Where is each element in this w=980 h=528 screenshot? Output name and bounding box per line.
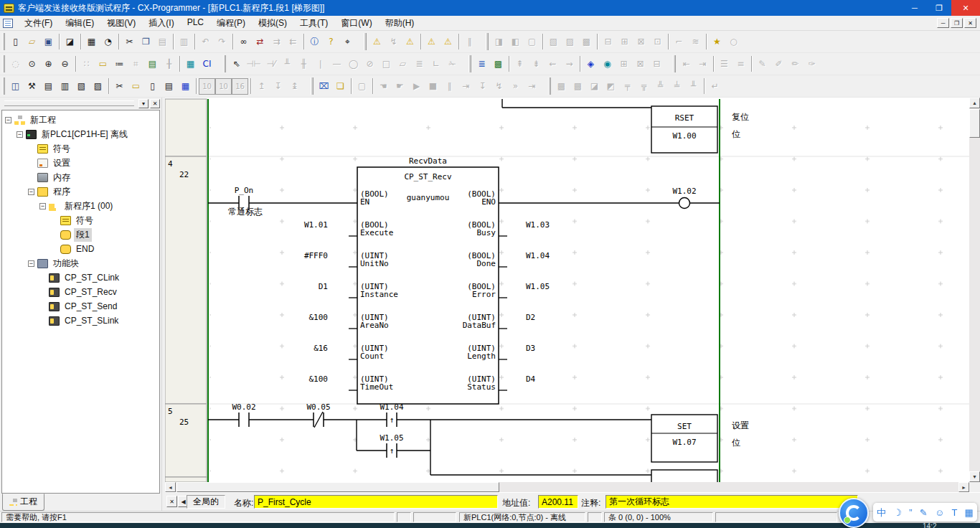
mnemonic-view-button[interactable]: ▤ (161, 78, 177, 95)
program-check-options-button[interactable]: ⚠ (440, 34, 456, 50)
toolbar-grip[interactable] (2, 33, 5, 50)
symbol-comment-field[interactable]: 第一次循环标志 (606, 495, 858, 509)
symbol-name-field[interactable]: P_First_Cycle (254, 495, 498, 509)
tree-item-fb-cp-st-recv[interactable]: CP_ST_Recv (2, 285, 159, 299)
print-preview-button[interactable]: ◔ (100, 34, 116, 50)
expander-minus-icon[interactable]: − (28, 260, 34, 267)
mdi-close-button[interactable]: ✕ (964, 18, 976, 28)
symbol-address-field[interactable]: A200.11 (538, 495, 578, 509)
menu-help[interactable]: 帮助(H) (379, 16, 421, 31)
menu-tools[interactable]: 工具(T) (293, 16, 334, 31)
work-online-button[interactable]: ⌧ (316, 78, 332, 95)
tree-item-fb-cp-st-clink[interactable]: CP_ST_CLink (2, 270, 159, 285)
address-reference-tool-button[interactable]: ▦ (182, 56, 199, 72)
menu-program[interactable]: 编程(P) (210, 16, 252, 31)
toolbar-grip[interactable] (311, 77, 314, 95)
tree-item-section-end[interactable]: END (2, 242, 159, 256)
dm-view-button[interactable]: ▦ (177, 78, 194, 95)
instruction-box[interactable] (651, 470, 717, 482)
close-button[interactable]: ✕ (951, 0, 980, 16)
tree-item-programs[interactable]: −程序 (2, 184, 159, 199)
help-button[interactable]: ? (323, 34, 339, 50)
new-button[interactable]: ▯ (7, 34, 24, 50)
tree-item-program1-symbols[interactable]: 符号 (2, 213, 159, 227)
ime-skin-icon[interactable]: T (951, 508, 957, 517)
copy-button[interactable]: ❐ (138, 34, 154, 50)
output-window-button[interactable]: ▤ (40, 78, 57, 95)
toolbar-grip[interactable] (673, 55, 676, 72)
info-button[interactable]: ⓘ (306, 34, 323, 50)
rung-manager-button[interactable]: ▤ (144, 56, 161, 72)
cross-reference-button[interactable]: CI (199, 56, 215, 72)
restore-button[interactable]: ❐ (927, 0, 951, 16)
panel-close-button[interactable]: ✕ (150, 99, 160, 108)
tree-item-section1[interactable]: 段1 (2, 227, 159, 242)
panel-menu-button[interactable]: ▾ (138, 99, 149, 108)
mdi-document-icon[interactable] (3, 19, 13, 28)
zoom-out-button[interactable]: ⊖ (57, 56, 73, 72)
horizontal-scroll-thumb[interactable] (176, 482, 499, 492)
expander-minus-icon[interactable]: − (28, 189, 34, 195)
ime-logo-icon[interactable] (839, 498, 869, 528)
tree-item-fb-cp-st-send[interactable]: CP_ST_Send (2, 299, 159, 314)
compile-button[interactable]: ⚠ (369, 34, 385, 50)
tree-item-symbols[interactable]: 符号 (2, 141, 159, 156)
menu-simulation[interactable]: 模拟(S) (252, 16, 293, 31)
toolbar-grip[interactable] (486, 33, 489, 50)
save-button[interactable]: ▣ (40, 34, 57, 50)
menu-window[interactable]: 窗口(W) (334, 16, 378, 31)
section-view-button[interactable]: ▯ (144, 78, 161, 95)
protect-set-button[interactable]: ★ (709, 34, 725, 50)
open-button[interactable]: ▱ (24, 34, 40, 50)
mdi-minimize-button[interactable]: ─ (937, 18, 949, 28)
section-cut-button[interactable]: ✂ (111, 78, 128, 95)
scroll-up-button[interactable]: ▲ (969, 98, 980, 108)
fb-instance-view-button[interactable]: ◈ (583, 56, 599, 72)
comment-shortcut-button[interactable]: ▭ (128, 78, 144, 95)
cross-panel-button[interactable]: ▧ (73, 78, 90, 95)
menu-edit[interactable]: 编辑(E) (59, 16, 100, 31)
cut-button[interactable]: ✂ (121, 34, 138, 50)
scroll-down-button[interactable]: ▼ (969, 471, 980, 482)
rung-list-button[interactable]: ≔ (111, 56, 128, 72)
watch-panel-button[interactable]: ▥ (57, 78, 73, 95)
properties-button[interactable]: ▨ (90, 78, 106, 95)
ladder-diagram[interactable]: 422525RecvDataCP_ST_Recvguanyumou(BOOL)E… (165, 98, 969, 482)
scroll-left-button[interactable]: ◄ (165, 482, 176, 492)
menu-plc[interactable]: PLC (181, 16, 210, 31)
comment-edit-button[interactable]: ▭ (95, 56, 111, 72)
tree-item-fb-cp-st-slink[interactable]: CP_ST_SLink (2, 314, 159, 328)
zoom-in-button[interactable]: ⊕ (40, 56, 57, 72)
zoom-region-button[interactable]: ⊙ (24, 56, 40, 72)
menu-file[interactable]: 文件(F) (18, 16, 59, 31)
tree-item-project-root[interactable]: −新工程 (2, 113, 159, 127)
tree-item-function-blocks[interactable]: −功能块 (2, 256, 159, 270)
build-project-button[interactable]: ⚒ (24, 78, 40, 95)
menu-view[interactable]: 视图(V) (100, 16, 142, 31)
transfer-check-button[interactable]: ⚠ (423, 34, 440, 50)
tree-item-memory[interactable]: 内存 (2, 170, 159, 184)
menu-insert[interactable]: 插入(I) (142, 16, 180, 31)
tab-project[interactable]: 工程 (2, 494, 44, 511)
toolbar-grip[interactable] (2, 55, 5, 72)
io-comment-grid-button[interactable]: ▩ (490, 56, 507, 72)
ime-emoji-icon[interactable]: ☺ (935, 508, 944, 517)
tree-item-program1[interactable]: −新程序1 (00) (2, 199, 159, 213)
ime-punctuation-icon[interactable]: ” (909, 508, 912, 517)
tree-item-plc[interactable]: −新PLC1[CP1H-E] 离线 (2, 127, 159, 141)
ime-chinese-icon[interactable]: 中 (877, 508, 886, 517)
select-tool-button[interactable]: ⇖ (228, 56, 245, 72)
fb-library-button[interactable]: ≣ (473, 56, 490, 72)
replace-button[interactable]: ⇄ (252, 34, 268, 50)
ime-menu-icon[interactable]: ▦ (965, 508, 974, 517)
expander-minus-icon[interactable]: − (17, 131, 23, 138)
toolbar-grip[interactable] (468, 55, 471, 72)
workspace-toggle-button[interactable]: ◫ (7, 78, 24, 95)
toolbar-grip[interactable] (2, 77, 5, 95)
vertical-scrollbar[interactable]: ▲ ▼ (969, 98, 980, 482)
ime-tools-icon[interactable]: ✎ (920, 508, 928, 517)
expander-minus-icon[interactable]: − (5, 117, 11, 123)
expander-minus-icon[interactable]: − (39, 203, 46, 209)
symbol-bar-close-button[interactable]: ✕ (166, 496, 177, 507)
find-button[interactable]: ∞ (235, 34, 252, 50)
